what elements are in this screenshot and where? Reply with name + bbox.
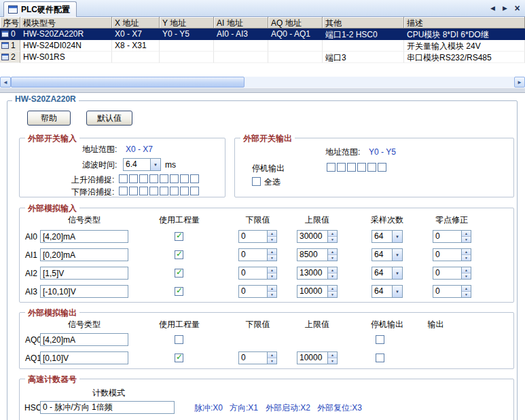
zero-offset-spinner[interactable]: 0 ▲ ▼ bbox=[433, 285, 471, 298]
fall-capture-checkbox[interactable] bbox=[160, 187, 168, 195]
rise-capture-checkbox[interactable] bbox=[129, 174, 138, 183]
spin-down-icon[interactable]: ▼ bbox=[268, 236, 276, 242]
tab-plc-hardware-config[interactable]: PLC硬件配置 bbox=[3, 1, 77, 17]
spin-down-icon[interactable]: ▼ bbox=[328, 273, 337, 279]
sample-count-combo[interactable]: 64 ▼ bbox=[372, 248, 403, 261]
col-header-desc[interactable]: 描述 bbox=[404, 17, 525, 28]
fall-capture-checkbox[interactable] bbox=[129, 187, 138, 195]
stop-output-checkbox[interactable] bbox=[357, 163, 366, 172]
spin-up-icon[interactable]: ▲ bbox=[268, 352, 276, 358]
col-header-ai-addr[interactable]: AI 地址 bbox=[214, 17, 268, 28]
low-limit-spinner[interactable]: 0 ▲ ▼ bbox=[238, 248, 277, 261]
tab-scroll-left-icon[interactable]: ◀ bbox=[488, 3, 498, 14]
help-button[interactable]: 帮助 bbox=[27, 111, 71, 126]
dropdown-arrow-icon[interactable]: ▼ bbox=[392, 286, 402, 297]
spin-down-icon[interactable]: ▼ bbox=[462, 236, 471, 242]
stop-output-checkbox[interactable] bbox=[347, 163, 356, 172]
spin-up-icon[interactable]: ▲ bbox=[328, 249, 337, 254]
use-engineering-checkbox[interactable] bbox=[175, 335, 183, 344]
low-limit-spinner[interactable]: 0 ▲ ▼ bbox=[238, 267, 277, 280]
col-header-index[interactable]: 序号 bbox=[0, 17, 20, 28]
spin-down-icon[interactable]: ▼ bbox=[268, 358, 276, 364]
row-header[interactable]: 2 bbox=[0, 52, 20, 63]
use-engineering-checkbox[interactable] bbox=[175, 354, 183, 362]
select-all-checkbox[interactable] bbox=[252, 177, 261, 186]
hsc-mode-input[interactable] bbox=[40, 401, 175, 414]
spin-up-icon[interactable]: ▲ bbox=[268, 286, 276, 291]
sample-count-combo[interactable]: 64 ▼ bbox=[372, 230, 403, 243]
fall-capture-checkbox[interactable] bbox=[139, 187, 148, 195]
spin-up-icon[interactable]: ▲ bbox=[328, 231, 337, 236]
spin-down-icon[interactable]: ▼ bbox=[328, 291, 337, 297]
high-limit-spinner[interactable]: 10000 ▲ ▼ bbox=[297, 285, 338, 298]
zero-offset-spinner[interactable]: 0 ▲ ▼ bbox=[433, 248, 471, 261]
scrollbar-right-arrow-icon[interactable]: ► bbox=[514, 77, 525, 88]
use-engineering-checkbox[interactable] bbox=[175, 287, 183, 296]
spin-up-icon[interactable]: ▲ bbox=[462, 267, 471, 273]
table-row[interactable]: 2 HW-S01RS 端口3 串口模块RS232/RS485 bbox=[0, 52, 525, 63]
tab-scroll-right-icon[interactable]: ▶ bbox=[500, 3, 510, 14]
rise-capture-checkbox[interactable] bbox=[119, 174, 128, 183]
dropdown-arrow-icon[interactable]: ▼ bbox=[392, 267, 402, 279]
stop-output-checkbox[interactable] bbox=[337, 163, 346, 172]
fall-capture-checkbox[interactable] bbox=[190, 187, 199, 195]
stop-output-checkbox[interactable] bbox=[376, 354, 384, 362]
low-limit-spinner[interactable]: 0 ▲ ▼ bbox=[238, 285, 277, 298]
rise-capture-checkbox[interactable] bbox=[160, 174, 168, 183]
spin-up-icon[interactable]: ▲ bbox=[328, 352, 337, 358]
signal-type-input[interactable] bbox=[40, 248, 128, 261]
fall-capture-checkbox[interactable] bbox=[149, 187, 158, 195]
high-limit-spinner[interactable]: 8500 ▲ ▼ bbox=[297, 248, 338, 261]
zero-offset-spinner[interactable]: 0 ▲ ▼ bbox=[433, 267, 471, 280]
use-engineering-checkbox[interactable] bbox=[175, 269, 183, 278]
fall-capture-checkbox[interactable] bbox=[119, 187, 128, 195]
filter-time-combo[interactable]: 6.4 ▼ bbox=[123, 158, 161, 171]
low-limit-spinner[interactable]: 0 ▲ ▼ bbox=[238, 351, 277, 364]
high-limit-spinner[interactable]: 30000 ▲ ▼ bbox=[297, 230, 338, 243]
dropdown-arrow-icon[interactable]: ▼ bbox=[392, 249, 402, 261]
signal-type-input[interactable] bbox=[40, 230, 128, 243]
col-header-model[interactable]: 模块型号 bbox=[20, 17, 112, 28]
signal-type-input[interactable] bbox=[40, 267, 128, 280]
spin-down-icon[interactable]: ▼ bbox=[462, 254, 471, 261]
spin-down-icon[interactable]: ▼ bbox=[328, 358, 337, 364]
zero-offset-spinner[interactable]: 0 ▲ ▼ bbox=[433, 230, 471, 243]
sample-count-combo[interactable]: 64 ▼ bbox=[372, 285, 403, 298]
spin-down-icon[interactable]: ▼ bbox=[462, 273, 471, 279]
stop-output-checkbox[interactable] bbox=[376, 335, 384, 344]
fall-capture-checkbox[interactable] bbox=[170, 187, 179, 195]
table-row[interactable]: 1 HW-S24DI024N X8 - X31 开关量输入模块 24V bbox=[0, 40, 525, 52]
spin-up-icon[interactable]: ▲ bbox=[268, 249, 276, 254]
spin-up-icon[interactable]: ▲ bbox=[268, 267, 276, 273]
spin-down-icon[interactable]: ▼ bbox=[328, 254, 337, 261]
use-engineering-checkbox[interactable] bbox=[175, 232, 183, 241]
spin-up-icon[interactable]: ▲ bbox=[328, 267, 337, 273]
col-header-y-addr[interactable]: Y 地址 bbox=[160, 17, 214, 28]
row-header[interactable]: 1 bbox=[0, 40, 20, 52]
spin-up-icon[interactable]: ▲ bbox=[462, 249, 471, 254]
col-header-x-addr[interactable]: X 地址 bbox=[112, 17, 160, 28]
rise-capture-checkbox[interactable] bbox=[170, 174, 179, 183]
rise-capture-checkbox[interactable] bbox=[139, 174, 148, 183]
col-header-aq-addr[interactable]: AQ 地址 bbox=[268, 17, 323, 28]
table-row[interactable]: 0 HW-S20ZA220R X0 - X7 Y0 - Y5 AI0 - AI3… bbox=[0, 28, 525, 40]
scrollbar-left-arrow-icon[interactable]: ◄ bbox=[0, 77, 11, 88]
stop-output-checkbox[interactable] bbox=[367, 163, 376, 172]
spin-down-icon[interactable]: ▼ bbox=[268, 254, 276, 261]
stop-output-checkbox[interactable] bbox=[327, 163, 336, 172]
rise-capture-checkbox[interactable] bbox=[149, 174, 158, 183]
use-engineering-checkbox[interactable] bbox=[175, 250, 183, 259]
tab-close-icon[interactable]: × bbox=[512, 3, 522, 14]
row-header[interactable]: 0 bbox=[0, 28, 20, 40]
default-button[interactable]: 默认值 bbox=[86, 111, 132, 126]
dropdown-arrow-icon[interactable]: ▼ bbox=[150, 159, 160, 170]
high-limit-spinner[interactable]: 13000 ▲ ▼ bbox=[297, 267, 338, 280]
signal-type-input[interactable] bbox=[40, 333, 128, 346]
dropdown-arrow-icon[interactable]: ▼ bbox=[392, 231, 402, 242]
rise-capture-checkbox[interactable] bbox=[180, 174, 189, 183]
signal-type-input[interactable] bbox=[40, 285, 128, 298]
scrollbar-thumb[interactable] bbox=[11, 77, 245, 88]
spin-down-icon[interactable]: ▼ bbox=[462, 291, 471, 297]
spin-down-icon[interactable]: ▼ bbox=[268, 273, 276, 279]
signal-type-input[interactable] bbox=[40, 351, 128, 364]
